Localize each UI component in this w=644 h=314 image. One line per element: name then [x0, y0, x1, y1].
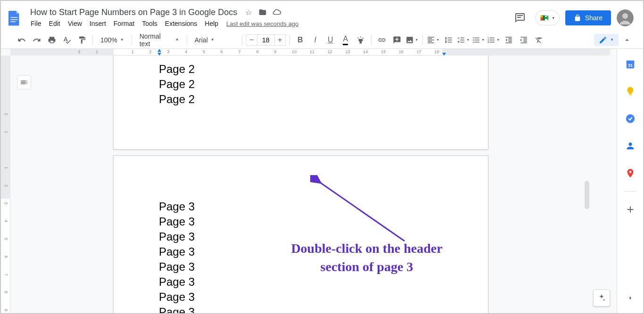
hide-sidepanel-icon[interactable]	[621, 289, 640, 307]
keep-icon[interactable]	[621, 82, 640, 101]
show-outline-button[interactable]	[17, 75, 31, 89]
menu-edit[interactable]: Edit	[46, 18, 64, 29]
lock-icon	[574, 14, 581, 22]
svg-rect-4	[517, 17, 521, 18]
doc-title[interactable]: How to Start Page Numbers on Page 3 in G…	[27, 7, 240, 18]
italic-button[interactable]: I	[309, 33, 322, 47]
last-edit-link[interactable]: Last edit was seconds ago	[226, 20, 298, 27]
menu-help[interactable]: Help	[201, 18, 222, 29]
insert-image-button[interactable]: ▼	[405, 33, 419, 47]
side-panel: 31	[617, 49, 643, 313]
horizontal-ruler[interactable]: 21123456789101112131415161718	[10, 49, 610, 56]
menu-extensions[interactable]: Extensions	[162, 18, 200, 29]
doc-line: Page 2	[159, 62, 195, 77]
tasks-icon[interactable]	[621, 109, 640, 128]
svg-text:31: 31	[627, 63, 632, 68]
menu-file[interactable]: File	[27, 18, 45, 29]
decrease-font-button[interactable]: −	[246, 34, 257, 46]
editing-mode-button[interactable]: ▼	[594, 34, 619, 46]
cloud-status-icon[interactable]	[272, 8, 281, 17]
share-label: Share	[585, 14, 603, 22]
checklist-button[interactable]: ▼	[457, 33, 470, 47]
print-button[interactable]	[45, 33, 58, 47]
comment-history-icon[interactable]	[511, 8, 529, 27]
doc-line: Page 3	[159, 259, 195, 274]
svg-point-10	[629, 171, 631, 173]
highlight-button[interactable]	[354, 33, 367, 47]
font-size-input[interactable]	[257, 34, 274, 46]
text-color-button[interactable]: A	[339, 33, 352, 47]
document-page-3[interactable]: Page 3 Page 3 Page 3 Page 3 Page 3 Page …	[113, 155, 488, 313]
increase-font-button[interactable]: +	[274, 34, 286, 46]
numbered-list-button[interactable]: ▼	[487, 33, 500, 47]
chevron-down-icon: ▼	[552, 16, 555, 20]
doc-line: Page 3	[159, 274, 195, 290]
account-avatar[interactable]	[617, 9, 634, 26]
get-addons-icon[interactable]	[621, 200, 640, 219]
move-icon[interactable]	[258, 8, 267, 17]
meet-icon	[539, 13, 550, 23]
doc-line: Page 2	[159, 77, 195, 92]
doc-line: Page 3	[159, 214, 195, 229]
line-spacing-button[interactable]	[442, 33, 455, 47]
meet-button[interactable]: ▼	[535, 10, 560, 25]
spellcheck-button[interactable]	[60, 33, 74, 47]
maps-icon[interactable]	[621, 164, 640, 183]
scrollbar-thumb[interactable]	[585, 181, 589, 209]
star-icon[interactable]: ☆	[244, 8, 253, 17]
redo-button[interactable]	[30, 33, 43, 47]
collapse-toolbar-button[interactable]	[620, 33, 634, 47]
contacts-icon[interactable]	[621, 137, 640, 155]
increase-indent-button[interactable]	[517, 33, 530, 47]
doc-line: Page 3	[159, 244, 195, 259]
svg-rect-2	[11, 22, 16, 23]
align-button[interactable]: ▼	[427, 33, 440, 47]
doc-line: Page 3	[159, 305, 195, 313]
menu-tools[interactable]: Tools	[139, 18, 161, 29]
menu-view[interactable]: View	[65, 18, 85, 29]
doc-line: Page 2	[159, 92, 195, 107]
explore-button[interactable]	[593, 290, 610, 306]
paint-format-button[interactable]	[75, 33, 89, 47]
chevron-down-icon: ▼	[610, 38, 614, 42]
decrease-indent-button[interactable]	[502, 33, 515, 47]
calendar-icon[interactable]: 31	[621, 55, 640, 73]
svg-rect-0	[11, 17, 18, 18]
undo-button[interactable]	[15, 33, 28, 47]
pencil-icon	[599, 36, 607, 44]
doc-line: Page 3	[159, 199, 195, 214]
styles-dropdown[interactable]: Normal text▼	[136, 33, 183, 47]
document-page-2[interactable]: Page 2 Page 2 Page 2	[113, 56, 488, 150]
svg-rect-7	[626, 61, 634, 63]
share-button[interactable]: Share	[565, 10, 611, 25]
svg-rect-1	[11, 19, 18, 20]
insert-link-button[interactable]	[375, 33, 388, 47]
vertical-ruler[interactable]: 21123456789101112	[1, 56, 10, 313]
svg-rect-3	[517, 15, 523, 16]
doc-line: Page 3	[159, 229, 195, 244]
menu-format[interactable]: Format	[110, 18, 138, 29]
bulleted-list-button[interactable]: ▼	[472, 33, 485, 47]
doc-line: Page 3	[159, 290, 195, 305]
add-comment-button[interactable]	[390, 33, 404, 47]
bold-button[interactable]: B	[294, 33, 307, 47]
underline-button[interactable]: U	[324, 33, 337, 47]
docs-logo[interactable]	[5, 8, 24, 27]
menu-insert[interactable]: Insert	[86, 18, 109, 29]
zoom-dropdown[interactable]: 100%▼	[97, 33, 128, 47]
clear-formatting-button[interactable]	[532, 33, 545, 47]
font-dropdown[interactable]: Arial▼	[191, 33, 238, 47]
